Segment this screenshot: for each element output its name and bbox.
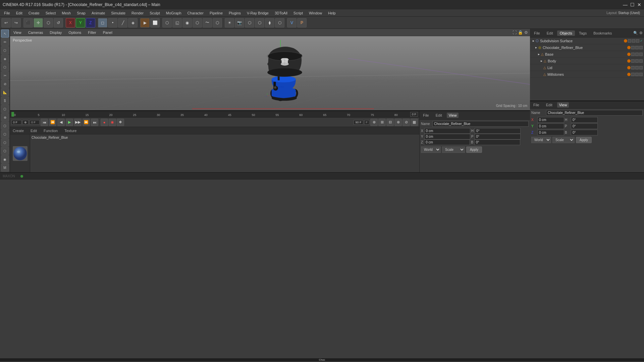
h-rot-input[interactable]: [475, 128, 521, 134]
vp-tab-filter[interactable]: Filter: [87, 30, 97, 35]
viewport-canvas[interactable]: X Y Z Perspective Grid Spacing : 10 cm: [10, 36, 530, 110]
props-tab-edit[interactable]: Edit: [434, 113, 444, 118]
fps-field[interactable]: 0 F: [30, 120, 40, 125]
go-end-button[interactable]: ⏭: [91, 119, 98, 126]
x-pos-input[interactable]: [424, 128, 470, 134]
hier-row-base[interactable]: ▸ △ Base: [530, 51, 644, 58]
hier-tab-file[interactable]: File: [531, 31, 543, 36]
settings-viewport-icon[interactable]: ⚙: [524, 30, 528, 35]
menu-help[interactable]: Help: [325, 10, 338, 16]
attr-z-pos[interactable]: [537, 130, 564, 135]
python-btn[interactable]: P: [297, 18, 307, 27]
attrs-tab-file[interactable]: File: [531, 102, 541, 108]
attrs-tab-edit[interactable]: Edit: [544, 102, 554, 108]
badge-vis-4[interactable]: [631, 59, 635, 63]
poly-mode-button[interactable]: ◈: [128, 18, 138, 27]
attr-y-pos[interactable]: [537, 123, 564, 129]
attr-b-rot[interactable]: [571, 130, 598, 135]
end-frame-display[interactable]: 90 F: [354, 120, 363, 125]
hier-tab-objects[interactable]: Objects: [557, 31, 575, 36]
vp-tab-panel[interactable]: Panel: [102, 30, 114, 35]
extra-btn2[interactable]: ⊞: [378, 119, 386, 126]
extra-btn4[interactable]: ⊗: [394, 119, 402, 126]
material-preview[interactable]: Choc: [13, 146, 28, 161]
selection-tool[interactable]: ↖: [1, 29, 9, 38]
vp-tab-cameras[interactable]: Cameras: [27, 30, 45, 35]
objects-button[interactable]: ◱: [172, 18, 182, 27]
props-tab-file[interactable]: File: [421, 113, 431, 118]
menu-character[interactable]: Character: [185, 10, 206, 16]
floor-button[interactable]: ⬡: [245, 18, 254, 27]
p-rot-input[interactable]: [475, 134, 521, 139]
menu-snap[interactable]: Snap: [74, 10, 88, 16]
badge-vis-2[interactable]: [631, 46, 635, 49]
menu-plugins[interactable]: Plugins: [226, 10, 244, 16]
menu-mograph[interactable]: MoGraph: [163, 10, 184, 16]
undo-button[interactable]: ↩: [1, 18, 11, 27]
menu-edit[interactable]: Edit: [13, 10, 25, 16]
hier-settings-icon[interactable]: ⚙: [639, 31, 643, 35]
bridge-tool[interactable]: ⬡: [1, 63, 9, 71]
badge-gen-4[interactable]: [639, 59, 643, 63]
attr-h-rot[interactable]: [571, 117, 598, 123]
extra-btn5[interactable]: ⊘: [402, 119, 410, 126]
key-mode-button[interactable]: ❖: [117, 119, 124, 126]
render-viewport-button[interactable]: ⬜: [150, 18, 160, 27]
vp-tab-view[interactable]: View: [12, 30, 23, 35]
next-frame-button[interactable]: ⏩: [83, 119, 90, 126]
y-pos-input[interactable]: [424, 134, 470, 139]
hier-tab-tags[interactable]: Tags: [576, 31, 589, 36]
prev-frame-button[interactable]: ⏪: [49, 119, 56, 126]
menu-script[interactable]: Script: [291, 10, 306, 16]
menu-render[interactable]: Render: [129, 10, 146, 16]
maximize-viewport-icon[interactable]: ⛶: [513, 30, 517, 35]
badge-render-5[interactable]: [635, 66, 639, 69]
edge-mode-button[interactable]: ╱: [118, 18, 127, 27]
menu-vray[interactable]: V-Ray Bridge: [244, 10, 271, 16]
nurbs-button[interactable]: ⬡: [213, 18, 222, 27]
instance-button[interactable]: ⬡: [255, 18, 264, 27]
world-dropdown-2[interactable]: World Object: [531, 137, 551, 143]
z-axis-button[interactable]: Z: [86, 18, 95, 27]
maximize-button[interactable]: ☐: [630, 2, 635, 7]
hier-row-lid[interactable]: △ Lid: [530, 64, 644, 71]
scale-dropdown[interactable]: Scale Position Rotation: [442, 146, 465, 153]
minimize-button[interactable]: —: [623, 2, 628, 7]
axis-tool[interactable]: ⊕: [1, 113, 9, 121]
menu-pipeline[interactable]: Pipeline: [207, 10, 225, 16]
vray-btn1[interactable]: V: [287, 18, 297, 27]
play-button[interactable]: ▶: [66, 119, 73, 126]
badge-render-2[interactable]: [635, 46, 639, 49]
hier-row-millstones[interactable]: △ Millstones: [530, 71, 644, 78]
badge-render-4[interactable]: [635, 59, 639, 63]
world-space-dropdown[interactable]: World Object Global: [421, 146, 441, 153]
deformer-left[interactable]: ⬡: [1, 105, 9, 113]
badge-gen-3[interactable]: [639, 53, 643, 56]
badge-gen-2[interactable]: [639, 46, 643, 49]
current-frame-input[interactable]: 0 F: [11, 120, 21, 125]
badge-vis-3[interactable]: [631, 53, 635, 56]
object-name-input[interactable]: [432, 121, 529, 127]
next-key-button[interactable]: ▶▶: [74, 119, 82, 126]
auto-key-button[interactable]: ◉: [109, 119, 116, 126]
badge-gen-5[interactable]: [639, 66, 643, 69]
menu-window[interactable]: Window: [306, 10, 325, 16]
bevel-tool[interactable]: ◈: [1, 55, 9, 63]
attrs-tab-view[interactable]: View: [557, 102, 569, 108]
extra-btn1[interactable]: ⊕: [370, 119, 378, 126]
scale-tool-button[interactable]: ⬡: [44, 18, 53, 27]
smooth-tool[interactable]: ⬡: [1, 138, 9, 146]
hier-tab-edit[interactable]: Edit: [544, 31, 556, 36]
magnet-tool[interactable]: ⬡: [1, 147, 9, 155]
badge-check-1[interactable]: ✓: [640, 39, 643, 43]
vp-tab-options[interactable]: Options: [67, 30, 83, 35]
paint-tool[interactable]: ✏: [1, 38, 9, 46]
record-button[interactable]: ●: [101, 119, 108, 126]
menu-sculpt[interactable]: Sculpt: [147, 10, 163, 16]
badge-gen[interactable]: [636, 39, 639, 43]
extra-btn6[interactable]: ▦: [411, 119, 418, 126]
badge-render-6[interactable]: [635, 73, 639, 76]
materials-button[interactable]: ⬡: [162, 18, 172, 27]
b-rot-input[interactable]: [474, 139, 520, 145]
spline-button[interactable]: 〜: [203, 18, 212, 27]
